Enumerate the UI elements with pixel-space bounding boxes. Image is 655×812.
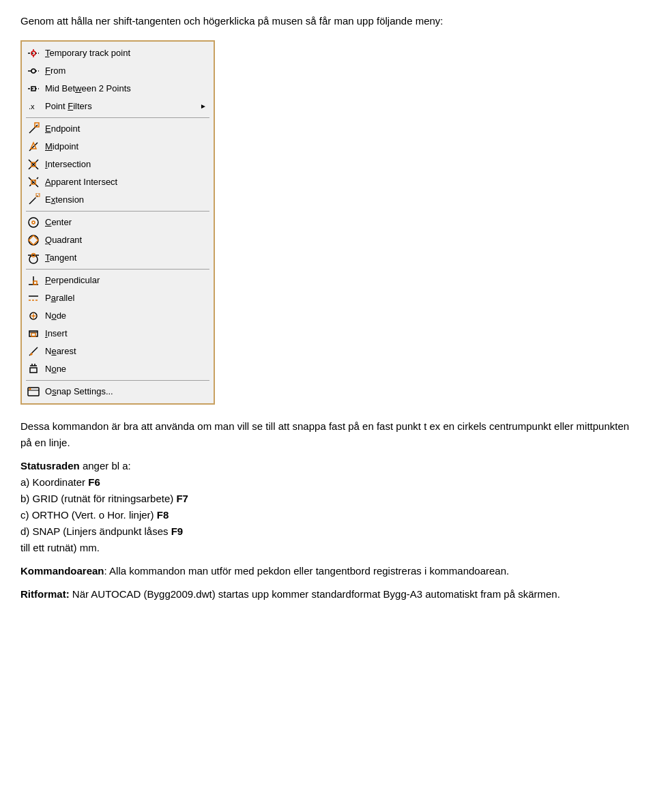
svg-rect-43 [30,368,37,373]
track-icon [26,46,41,61]
none-snap-icon [26,362,41,377]
menu-item-point-filters[interactable]: .x Point Filters ► [22,98,214,115]
tangent-icon [26,250,41,265]
nearest-icon [26,344,41,359]
context-menu: Temporary track point From Mid Between 2… [20,40,215,405]
menu-item-tangent[interactable]: Tangent [22,249,214,267]
none-label: None [45,364,66,374]
quadrant-icon [26,233,41,248]
osnap-settings-label: Osnap Settings... [45,386,113,396]
nearest-label: Nearest [45,346,76,356]
svg-point-25 [29,235,38,245]
menu-item-from[interactable]: From [22,62,214,80]
paragraph-1: Dessa kommandon är bra att använda om ma… [20,418,635,451]
svg-rect-40 [31,333,35,336]
menu-item-osnap-settings[interactable]: Osnap Settings... [22,383,214,401]
menu-item-perpendicular[interactable]: Perpendicular [22,272,214,289]
quadrant-label: Quadrant [45,235,82,245]
insert-label: Insert [45,328,68,338]
svg-line-20 [29,199,35,204]
paragraph-2-line-3: c) ORTHO (Vert. o Hor. linjer) F8 [20,509,169,521]
point-filters-label: Point Filters [45,101,92,111]
extension-label: Extension [45,194,84,205]
tangent-label: Tangent [45,252,76,263]
svg-line-10 [29,125,38,133]
menu-item-extension[interactable]: Extension [22,191,214,209]
kommandoarean-text: : Alla kommandon man utför med pekdon el… [104,565,510,577]
apparent-intersect-label: Apparent Intersect [45,177,117,187]
svg-point-49 [29,388,31,390]
extension-icon [26,192,41,207]
paragraph-2-line-1: a) Koordinater F6 [20,476,100,488]
menu-item-nearest[interactable]: Nearest [22,343,214,360]
mid2pts-icon [26,81,41,96]
perpendicular-icon [26,273,41,288]
kommandoarean-heading: Kommandoarean [20,565,104,577]
parallel-icon [26,291,41,306]
svg-point-23 [29,218,38,227]
menu-item-node[interactable]: Node [22,307,214,325]
intersection-icon [26,157,41,172]
paragraph-status: Statusraden anger bl a: a) Koordinater F… [20,458,635,556]
separator-3 [26,269,209,270]
paragraph-kommandoarean: Kommandoarean: Alla kommandon man utför … [20,563,635,579]
status-heading: Statusraden [20,460,80,472]
center-label: Center [45,217,72,227]
menu-item-quadrant[interactable]: Quadrant [22,231,214,249]
svg-rect-39 [29,331,38,336]
temporary-track-point-label: Temporary track point [45,48,130,58]
osnap-settings-icon [26,384,41,399]
endpoint-icon [26,121,41,136]
ritformat-text: När AUTOCAD (Bygg2009.dwt) startas upp k… [70,588,560,600]
parallel-label: Parallel [45,293,74,303]
menu-item-mid-between[interactable]: Mid Between 2 Points [22,80,214,98]
apparent-intersect-icon [26,175,41,190]
endpoint-label: Endpoint [45,124,80,134]
paragraph-2-line-0: anger bl a: [83,460,131,472]
node-icon [26,308,41,323]
svg-point-24 [32,221,35,224]
menu-item-parallel[interactable]: Parallel [22,289,214,307]
node-label: Node [45,310,66,321]
submenu-arrow: ► [200,102,207,110]
menu-item-apparent-intersect[interactable]: Apparent Intersect [22,173,214,191]
menu-item-midpoint[interactable]: Midpoint [22,138,214,156]
center-icon [26,215,41,230]
separator-4 [26,380,209,381]
intersection-label: Intersection [45,159,91,169]
svg-point-4 [31,69,35,73]
midpoint-icon [26,139,41,154]
body-section: Dessa kommandon är bra att använda om ma… [20,418,635,603]
menu-item-intersection[interactable]: Intersection [22,156,214,173]
separator-2 [26,211,209,212]
menu-item-none[interactable]: None [22,360,214,378]
svg-text:.x: .x [29,102,35,111]
insert-icon [26,326,41,341]
paragraph-2-line-4: d) SNAP (Linjers ändpunkt låses F9 [20,525,183,537]
menu-item-center[interactable]: Center [22,214,214,231]
mid-between-label: Mid Between 2 Points [45,83,131,93]
intro-text: Genom att hålla ner shift-tangenten och … [20,14,635,29]
from-icon [26,63,41,78]
midpoint-label: Midpoint [45,141,78,151]
paragraph-2-line-5: till ett rutnät) mm. [20,542,100,553]
ritformat-heading: Ritformat: [20,588,70,600]
perpendicular-label: Perpendicular [45,275,100,285]
paragraph-2-line-2: b) GRID (rutnät för ritningsarbete) F7 [20,493,188,504]
menu-item-insert[interactable]: Insert [22,325,214,343]
svg-rect-32 [33,281,37,285]
menu-item-endpoint[interactable]: Endpoint [22,120,214,138]
point-filters-icon: .x [26,99,41,114]
paragraph-ritformat: Ritformat: När AUTOCAD (Bygg2009.dwt) st… [20,586,635,603]
from-label: From [45,66,66,76]
svg-marker-13 [31,143,36,149]
separator-1 [26,117,209,118]
menu-item-temporary-track-point[interactable]: Temporary track point [22,44,214,62]
